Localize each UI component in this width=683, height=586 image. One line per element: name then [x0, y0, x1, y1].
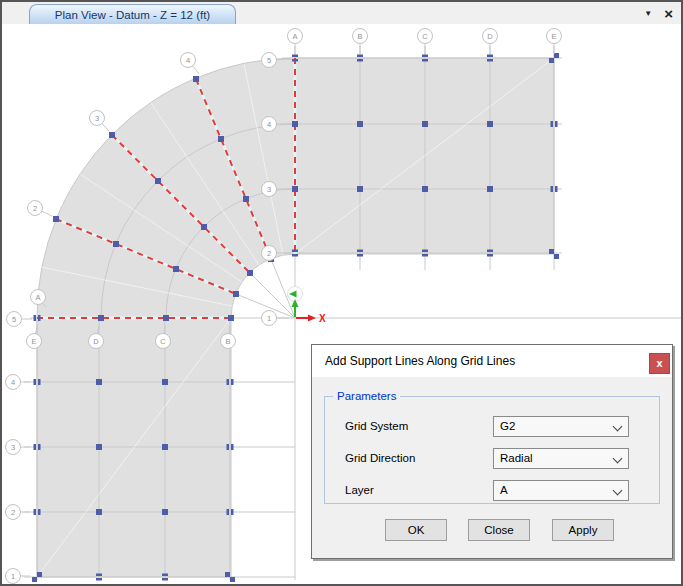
- column-marker: [96, 444, 102, 450]
- column-marker: [109, 132, 115, 138]
- layer-value: A: [500, 484, 508, 496]
- add-support-lines-dialog: Add Support Lines Along Grid Lines x Par…: [311, 344, 673, 559]
- chevron-down-icon: [613, 454, 623, 464]
- grid-system-value: G2: [500, 420, 515, 432]
- column-marker: [193, 76, 199, 82]
- ok-button[interactable]: OK: [385, 519, 447, 541]
- edge-marker: [487, 254, 493, 257]
- close-button[interactable]: Close: [468, 519, 530, 541]
- grid-bubble-label: A: [292, 32, 297, 41]
- tab-title: Plan View - Datum - Z = 12 (ft): [55, 9, 210, 21]
- corner-marker: [554, 254, 559, 259]
- layer-select[interactable]: A: [493, 480, 629, 501]
- column-marker: [173, 266, 179, 272]
- edge-marker: [231, 444, 234, 450]
- view-tab[interactable]: Plan View - Datum - Z = 12 (ft): [29, 4, 236, 24]
- titlebar: Plan View - Datum - Z = 12 (ft) ▼ ×: [2, 2, 681, 25]
- edge-marker: [422, 254, 428, 257]
- edge-marker: [34, 315, 37, 321]
- grid-bubble-label: B: [357, 32, 362, 41]
- grid-bubble-label: 5: [267, 56, 271, 65]
- grid-bubble-label: E: [31, 337, 36, 346]
- column-marker: [163, 315, 169, 321]
- edge-marker: [357, 254, 363, 257]
- edge-marker: [34, 379, 37, 385]
- edge-marker: [487, 250, 493, 253]
- x-axis-arrow: [308, 315, 316, 322]
- column-marker: [422, 121, 428, 127]
- edge-marker: [551, 121, 554, 127]
- edge-marker: [38, 509, 41, 515]
- edge-marker: [292, 254, 298, 257]
- edge-marker: [96, 574, 102, 577]
- edge-marker: [292, 55, 298, 58]
- edge-marker: [555, 121, 558, 127]
- corner-marker: [32, 577, 37, 582]
- titlebar-controls: ▼ ×: [644, 2, 673, 24]
- edge-marker: [227, 444, 230, 450]
- close-x-icon: x: [656, 357, 662, 369]
- corner-marker: [549, 58, 554, 63]
- column-marker: [228, 315, 234, 321]
- column-marker: [218, 136, 224, 142]
- edge-marker: [422, 55, 428, 58]
- column-marker: [292, 186, 298, 192]
- grid-bubble-label: B: [225, 337, 230, 346]
- column-marker: [201, 224, 207, 230]
- column-marker: [233, 291, 239, 297]
- edge-marker: [227, 509, 230, 515]
- dialog-title: Add Support Lines Along Grid Lines: [325, 354, 515, 368]
- menu-arrow-icon[interactable]: ▼: [644, 9, 652, 18]
- grid-direction-select[interactable]: Radial: [493, 448, 629, 469]
- column-marker: [357, 121, 363, 127]
- edge-marker: [34, 444, 37, 450]
- edge-marker: [162, 574, 168, 577]
- grid-bubble-label: 1: [11, 572, 15, 581]
- column-marker: [243, 196, 249, 202]
- plan-view-window: Plan View - Datum - Z = 12 (ft) ▼ × ABCD…: [0, 0, 683, 586]
- edge-marker: [422, 59, 428, 62]
- grid-bubble-label: 2: [267, 249, 271, 258]
- edge-marker: [38, 444, 41, 450]
- column-marker: [162, 509, 168, 515]
- column-marker: [487, 186, 493, 192]
- dialog-close-button[interactable]: x: [649, 353, 670, 374]
- column-marker: [247, 270, 253, 276]
- grid-bubble-label: 4: [186, 56, 190, 65]
- chevron-down-icon: [613, 486, 623, 496]
- chevron-down-icon: [613, 422, 623, 432]
- edge-marker: [487, 55, 493, 58]
- x-axis-label: X: [319, 313, 326, 324]
- grid-bubble-label: 4: [11, 378, 15, 387]
- column-marker: [162, 379, 168, 385]
- edge-marker: [34, 509, 37, 515]
- column-marker: [357, 186, 363, 192]
- grid-bubble-label: 1: [267, 314, 271, 323]
- grid-bubble-label: D: [93, 337, 99, 346]
- edge-marker: [231, 509, 234, 515]
- edge-marker: [487, 59, 493, 62]
- corner-marker: [554, 53, 559, 58]
- corner-marker: [230, 577, 235, 582]
- column-marker: [162, 444, 168, 450]
- grid-bubble-label: 2: [33, 204, 37, 213]
- column-marker: [96, 509, 102, 515]
- column-marker: [96, 379, 102, 385]
- grid-bubble-label: C: [422, 32, 428, 41]
- column-marker: [292, 121, 298, 127]
- grid-bubble-label: E: [551, 32, 556, 41]
- grid-bubble-label: 3: [95, 114, 99, 123]
- dialog-titlebar[interactable]: Add Support Lines Along Grid Lines x: [312, 345, 672, 377]
- edge-marker: [38, 379, 41, 385]
- layer-label: Layer: [345, 480, 374, 501]
- grid-system-select[interactable]: G2: [493, 416, 629, 437]
- edge-marker: [162, 578, 168, 581]
- apply-button[interactable]: Apply: [552, 519, 614, 541]
- grid-bubble-label: C: [160, 337, 166, 346]
- close-icon[interactable]: ×: [664, 6, 673, 21]
- edge-marker: [422, 250, 428, 253]
- edge-marker: [38, 315, 41, 321]
- edge-marker: [551, 186, 554, 192]
- corner-marker: [225, 572, 230, 577]
- grid-direction-label: Grid Direction: [345, 448, 415, 469]
